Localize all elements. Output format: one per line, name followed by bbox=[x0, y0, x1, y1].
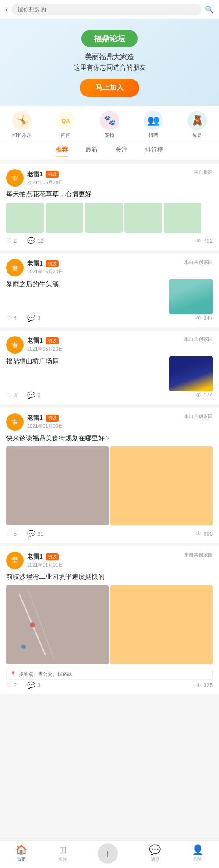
views-3: 👁 174 bbox=[195, 392, 213, 399]
author-meta-5: 老雷1 初级 2021年01月01日 bbox=[27, 553, 63, 568]
post-footer-4: ♡ 5 💬 21 👁 690 bbox=[6, 530, 213, 538]
comment-action-5[interactable]: 💬 3 bbox=[27, 681, 40, 689]
like-action-4[interactable]: ♡ 5 bbox=[6, 530, 17, 538]
muying-icon: 🧸 bbox=[187, 111, 207, 130]
muying-label: 母婴 bbox=[192, 132, 202, 138]
post-card-3: 雷 老雷1 初级 2021年05月23日 来自共创家园 福鼎桐山桥广场舞 ♡ 3… bbox=[0, 331, 219, 404]
like-icon-5: ♡ bbox=[6, 681, 12, 689]
views-count-4: 690 bbox=[203, 531, 213, 537]
author-badge-3: 初级 bbox=[46, 337, 59, 344]
like-count-3: 3 bbox=[14, 392, 17, 398]
tab-tuijian[interactable]: 推荐 bbox=[56, 146, 68, 156]
zhaopian-label: 招聘 bbox=[148, 132, 158, 138]
back-icon[interactable]: ‹ bbox=[5, 5, 8, 14]
views-4: 👁 690 bbox=[195, 530, 213, 537]
post-date-5: 2021年01月01日 bbox=[27, 562, 63, 568]
author-badge-4: 初级 bbox=[46, 415, 59, 422]
author-name-4: 老雷1 bbox=[27, 414, 43, 422]
join-button[interactable]: 马上加入 bbox=[80, 79, 139, 97]
svg-text:雷: 雷 bbox=[11, 264, 18, 272]
views-count-2: 347 bbox=[203, 315, 213, 321]
author-badge-1: 初级 bbox=[46, 171, 59, 178]
nav-hehele[interactable]: 🤸 和和乐乐 bbox=[12, 111, 32, 138]
post-source-5: 来自共创家园 bbox=[184, 552, 213, 558]
banner: 福鼎论坛 美丽福鼎大家造 这里有你志同道合的朋友 马上加入 bbox=[0, 19, 219, 106]
svg-text:雷: 雷 bbox=[11, 418, 18, 426]
flower-img-3 bbox=[85, 203, 123, 233]
comment-count-1: 12 bbox=[37, 237, 43, 244]
nav-zhaopian[interactable]: 👥 招聘 bbox=[144, 111, 163, 138]
post-thumb-2 bbox=[169, 279, 213, 314]
post-title-3: 福鼎桐山桥广场舞 bbox=[6, 356, 166, 366]
like-icon-4: ♡ bbox=[6, 530, 12, 538]
author-badge-5: 初级 bbox=[46, 553, 59, 560]
flower-img-1 bbox=[6, 203, 44, 233]
like-action-3[interactable]: ♡ 3 bbox=[6, 391, 17, 399]
post-header-3: 雷 老雷1 初级 2021年05月23日 来自共创家园 bbox=[6, 336, 213, 354]
svg-point-12 bbox=[30, 622, 35, 627]
author-info-5: 雷 老雷1 初级 2021年01月01日 bbox=[6, 552, 63, 569]
comment-count-4: 21 bbox=[37, 531, 43, 537]
nav-icons: 🤸 和和乐乐 QA 问问 🐾 宠物 👥 招聘 🧸 母婴 bbox=[0, 106, 219, 142]
post-footer-5: ♡ 2 💬 3 👁 325 bbox=[6, 681, 213, 689]
nav-muying[interactable]: 🧸 母婴 bbox=[187, 111, 207, 138]
post-images-4 bbox=[6, 446, 213, 525]
hehele-label: 和和乐乐 bbox=[12, 132, 32, 138]
map-img-2 bbox=[110, 585, 213, 664]
post-footer-1: ♡ 2 💬 12 👁 702 bbox=[6, 237, 213, 245]
tab-zuixin[interactable]: 最新 bbox=[85, 146, 98, 156]
views-icon-4: 👁 bbox=[195, 530, 201, 537]
views-2: 👁 347 bbox=[195, 315, 213, 322]
chongwu-label: 宠物 bbox=[105, 132, 114, 138]
food-img-1 bbox=[6, 446, 109, 525]
views-count-1: 702 bbox=[203, 237, 213, 244]
post-body-2: 暴雨之后的牛头溪 bbox=[6, 279, 213, 314]
comment-action-2[interactable]: 💬 3 bbox=[27, 314, 40, 322]
post-title-2: 暴雨之后的牛头溪 bbox=[6, 279, 166, 289]
post-text-2: 暴雨之后的牛头溪 bbox=[6, 279, 166, 293]
post-source-4: 来自共创家园 bbox=[184, 413, 213, 420]
author-info-4: 雷 老雷1 初级 2021年01月03日 bbox=[6, 413, 63, 431]
views-icon-1: 👁 bbox=[195, 237, 201, 244]
author-name-2: 老雷1 bbox=[27, 260, 43, 268]
like-icon-2: ♡ bbox=[6, 314, 12, 322]
tabs: 推荐 最新 关注 排行榜 bbox=[0, 142, 219, 160]
search-bar: ‹ 🔍 bbox=[0, 0, 219, 19]
flower-img-2 bbox=[46, 203, 83, 233]
zhaopian-icon: 👥 bbox=[144, 111, 163, 130]
tab-guanzhu[interactable]: 关注 bbox=[115, 146, 127, 156]
comment-action-4[interactable]: 💬 21 bbox=[27, 530, 43, 538]
nav-wenwen[interactable]: QA 问问 bbox=[56, 111, 75, 138]
post-card-2: 雷 老雷1 初级 2021年05月23日 来自共创家园 暴雨之后的牛头溪 ♡ 4… bbox=[0, 254, 219, 327]
comment-icon-3: 💬 bbox=[27, 391, 35, 399]
post-source-3: 来自共创家园 bbox=[184, 336, 213, 343]
comment-icon-2: 💬 bbox=[27, 314, 35, 322]
views-1: 👁 702 bbox=[195, 237, 213, 244]
banner-title: 福鼎论坛 bbox=[81, 30, 138, 47]
map-ui-strip: 📍 搜地点、查公交、找路线 bbox=[6, 669, 213, 680]
flower-img-5 bbox=[164, 203, 201, 233]
comment-action-1[interactable]: 💬 12 bbox=[27, 237, 43, 245]
avatar-1: 雷 bbox=[6, 169, 24, 187]
like-action-2[interactable]: ♡ 4 bbox=[6, 314, 17, 322]
views-icon-5: 👁 bbox=[195, 682, 201, 689]
avatar-4: 雷 bbox=[6, 413, 24, 431]
comment-action-3[interactable]: 💬 0 bbox=[27, 391, 40, 399]
post-title-1: 每天拍点花花草草，心情更好 bbox=[6, 189, 213, 199]
post-title-5: 前岐沙埕湾工业园填平速度挺快的 bbox=[6, 572, 213, 582]
map-img-1 bbox=[6, 585, 109, 664]
like-action-5[interactable]: ♡ 2 bbox=[6, 681, 17, 689]
post-card-1: 雷 老雷1 初级 2021年06月28日 来自摄影 每天拍点花花草草，心情更好 … bbox=[0, 164, 219, 250]
tab-paihangbang[interactable]: 排行榜 bbox=[145, 146, 163, 156]
like-count-1: 2 bbox=[14, 237, 17, 244]
nav-chongwu[interactable]: 🐾 宠物 bbox=[100, 111, 119, 138]
comment-icon-1: 💬 bbox=[27, 237, 35, 245]
post-title-4: 快来谈谈福鼎美食街规划在哪里好？ bbox=[6, 433, 213, 443]
like-action-1[interactable]: ♡ 2 bbox=[6, 237, 17, 245]
avatar-5: 雷 bbox=[6, 552, 24, 569]
search-icon[interactable]: 🔍 bbox=[205, 5, 214, 14]
post-source-1: 来自摄影 bbox=[194, 169, 213, 176]
svg-text:雷: 雷 bbox=[11, 174, 18, 182]
views-icon-3: 👁 bbox=[195, 392, 201, 399]
search-input[interactable] bbox=[11, 4, 201, 15]
